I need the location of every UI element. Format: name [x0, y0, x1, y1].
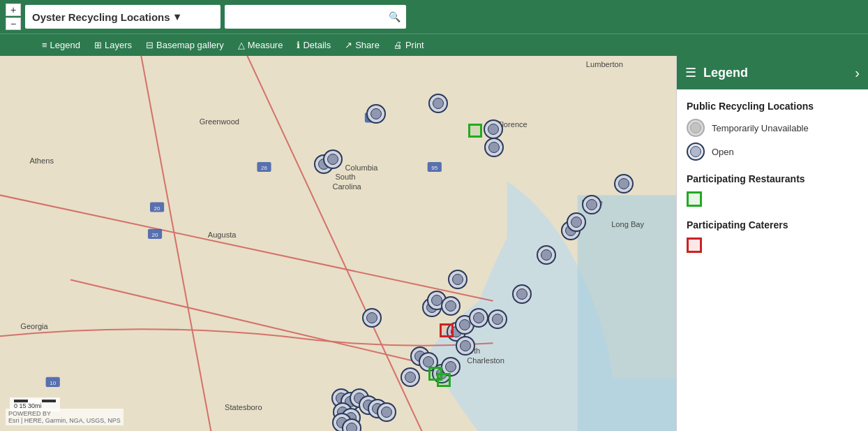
map-marker-circle-11[interactable]	[537, 245, 556, 265]
tool-share[interactable]: ↗ Share	[338, 34, 387, 56]
map-marker-circle-12[interactable]	[512, 284, 532, 304]
legend-item-unavailable: Temporarily Unavailable	[687, 119, 858, 137]
search-input[interactable]	[230, 12, 389, 22]
markers-container	[0, 56, 676, 431]
legend-item-caterer	[687, 238, 858, 253]
tool-basemap[interactable]: ⊟ Basemap gallery	[139, 34, 231, 56]
legend-item-open: Open	[687, 143, 858, 161]
map-marker-circle-36[interactable]	[342, 418, 361, 431]
zoom-controls: + −	[6, 3, 21, 30]
legend-body: Public Recycling Locations Temporarily U…	[677, 89, 868, 431]
tool-basemap-label: Basemap gallery	[156, 40, 224, 50]
map-marker-circle-6[interactable]	[614, 174, 634, 193]
map-marker-circle-2[interactable]	[484, 119, 503, 139]
map-marker-circle-1[interactable]	[366, 104, 386, 124]
unavailable-marker-icon	[687, 119, 705, 137]
zoom-in-button[interactable]: +	[6, 3, 21, 16]
map-marker-circle-10[interactable]	[448, 270, 467, 289]
tool-measure[interactable]: △ Measure	[231, 34, 290, 56]
open-label: Open	[712, 147, 734, 157]
tool-measure-label: Measure	[248, 40, 283, 50]
caterer-marker-icon	[687, 238, 702, 253]
legend-items-public: Temporarily Unavailable Open	[687, 119, 858, 161]
legend-menu-icon: ☰	[685, 65, 696, 80]
map-marker-circle-24[interactable]	[401, 367, 420, 387]
legend-items-restaurants	[687, 191, 858, 207]
search-button[interactable]: 🔍	[389, 11, 401, 22]
map-marker-circle-21[interactable]	[456, 336, 475, 356]
map-marker-circle-32[interactable]	[377, 402, 396, 422]
map-marker-circle-13[interactable]	[362, 308, 382, 328]
basemap-icon: ⊟	[146, 40, 154, 50]
tool-details[interactable]: ℹ Details	[290, 34, 338, 56]
legend-section-restaurants-title: Participating Restaurants	[687, 173, 858, 184]
map-marker-green-0[interactable]	[468, 124, 482, 138]
open-marker-icon	[687, 143, 705, 161]
share-icon: ↗	[345, 40, 352, 50]
legend-item-restaurant	[687, 191, 858, 207]
measure-icon: △	[238, 40, 245, 50]
legend-section-public-title: Public Recycling Locations	[687, 101, 858, 112]
chevron-down-icon[interactable]: ▾	[174, 10, 180, 23]
map-marker-circle-16[interactable]	[441, 296, 461, 316]
legend-title: Legend	[703, 66, 748, 80]
legend-close-button[interactable]: ›	[855, 65, 860, 81]
search-box: 🔍	[225, 5, 406, 29]
layers-icon: ⊞	[94, 40, 102, 50]
tool-details-label: Details	[303, 40, 331, 50]
map-marker-green-2[interactable]	[437, 373, 451, 387]
map-area[interactable]: 20 26 20 95 10 20 Greenwood Athens Augus…	[0, 56, 676, 431]
tool-print-label: Print	[405, 40, 424, 50]
zoom-out-button[interactable]: −	[6, 17, 21, 30]
map-marker-circle-19[interactable]	[469, 308, 488, 328]
unavailable-label: Temporarily Unavailable	[712, 123, 809, 133]
list-icon: ≡	[42, 40, 47, 50]
map-marker-circle-20[interactable]	[488, 309, 507, 329]
legend-items-caterers	[687, 238, 858, 253]
map-marker-red-0[interactable]	[440, 323, 454, 337]
legend-header: ☰ Legend ›	[677, 56, 868, 89]
tool-layers-label: Layers	[105, 40, 132, 50]
tool-share-label: Share	[355, 40, 380, 50]
tool-layers[interactable]: ⊞ Layers	[87, 34, 139, 56]
map-marker-circle-3[interactable]	[484, 138, 504, 157]
map-title: Oyster Recycling Locations	[32, 11, 170, 23]
map-marker-circle-5[interactable]	[323, 149, 343, 169]
map-marker-circle-7[interactable]	[582, 195, 601, 214]
print-icon: 🖨	[394, 40, 403, 50]
map-marker-circle-9[interactable]	[567, 212, 586, 232]
tool-legend-label: Legend	[50, 40, 80, 50]
info-icon: ℹ	[297, 40, 300, 50]
toolbar-row1: + − Oyster Recycling Locations ▾ 🔍	[0, 0, 868, 34]
legend-section-caterers-title: Participating Caterers	[687, 219, 858, 231]
toolbar-row2: ≡ Legend ⊞ Layers ⊟ Basemap gallery △ Me…	[0, 34, 868, 56]
restaurant-marker-icon	[687, 191, 702, 207]
legend-panel: ☰ Legend › Public Recycling Locations Te…	[676, 56, 868, 431]
tool-legend[interactable]: ≡ Legend	[35, 34, 87, 56]
map-title-area: Oyster Recycling Locations ▾	[25, 5, 220, 29]
powered-by: POWERED BYEsri | HERE, Garmin, NGA, USGS…	[6, 409, 124, 425]
tool-print[interactable]: 🖨 Print	[387, 34, 431, 56]
map-marker-circle-0[interactable]	[428, 94, 448, 113]
main-content: 20 26 20 95 10 20 Greenwood Athens Augus…	[0, 56, 868, 431]
